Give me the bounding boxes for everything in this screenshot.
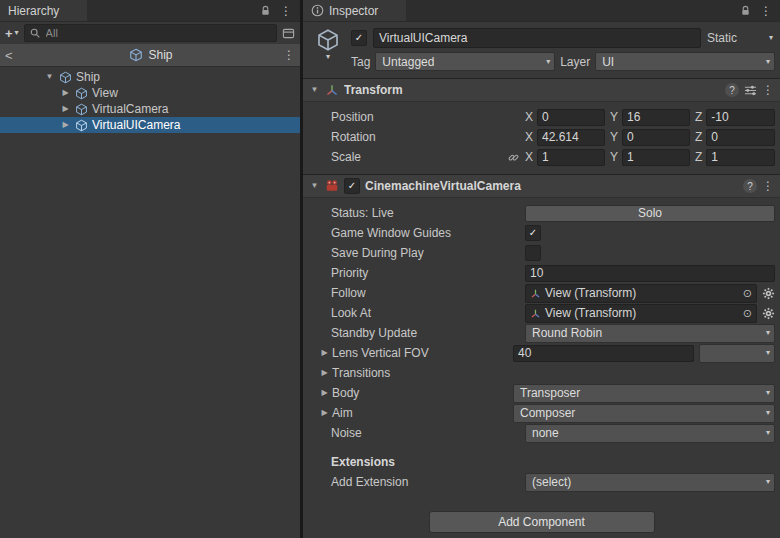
look-at-object-field[interactable]: View (Transform) ⊙	[525, 304, 757, 323]
help-icon[interactable]: ?	[743, 179, 757, 193]
scale-x-field[interactable]	[537, 149, 605, 166]
foldout-open-icon[interactable]: ▼	[309, 86, 320, 94]
cinemachine-camera-icon	[325, 179, 339, 193]
check-icon: ✓	[529, 228, 537, 238]
solo-button[interactable]: Solo	[525, 205, 775, 222]
lens-preset-dropdown[interactable]: ▾	[699, 344, 775, 363]
transform-component-header[interactable]: ▼ Transform ? ⋮	[303, 78, 780, 102]
tab-inspector[interactable]: Inspector	[303, 0, 406, 21]
rotation-y-field[interactable]	[622, 129, 690, 146]
scale-label: Scale	[331, 150, 361, 164]
prefab-cube-icon	[75, 103, 88, 116]
hierarchy-search-input[interactable]	[44, 26, 272, 40]
standby-update-dropdown[interactable]: Round Robin ▾	[525, 324, 775, 343]
link-scale-icon[interactable]	[508, 152, 519, 163]
prefab-cube-icon	[75, 119, 88, 132]
layer-dropdown[interactable]: UI ▾	[595, 52, 775, 71]
check-icon: ✓	[348, 181, 356, 191]
foldout-closed-icon[interactable]: ▶	[60, 105, 71, 113]
scale-z-field[interactable]	[706, 149, 775, 166]
rotation-x-field[interactable]	[537, 129, 605, 146]
info-icon	[311, 4, 324, 17]
priority-row: Priority	[303, 263, 780, 283]
prefab-title[interactable]: Ship	[19, 48, 283, 62]
tag-dropdown[interactable]: Untagged ▾	[375, 52, 555, 71]
search-window-icon[interactable]	[282, 27, 295, 40]
gear-icon[interactable]	[762, 307, 775, 320]
tab-hierarchy[interactable]: Hierarchy	[0, 0, 87, 21]
kebab-menu-icon[interactable]: ⋮	[283, 49, 295, 61]
gameobject-name-field[interactable]	[373, 28, 701, 48]
component-enabled-checkbox[interactable]: ✓	[344, 178, 360, 194]
hierarchy-search-box[interactable]	[24, 24, 277, 42]
create-object-button[interactable]: + ▾	[5, 26, 19, 41]
body-dropdown[interactable]: Transposer ▾	[513, 384, 775, 403]
presets-icon[interactable]	[744, 84, 757, 97]
tree-item-view[interactable]: ▶ View	[0, 85, 300, 101]
foldout-open-icon[interactable]: ▼	[309, 182, 320, 190]
inspector-tab-controls: ⋮	[732, 0, 780, 21]
chevron-down-icon: ▾	[766, 409, 770, 417]
object-picker-icon[interactable]: ⊙	[743, 288, 752, 299]
kebab-menu-icon[interactable]: ⋮	[762, 84, 774, 96]
lock-icon[interactable]	[740, 5, 751, 16]
chevron-down-icon: ▾	[546, 58, 550, 66]
priority-field[interactable]	[525, 265, 775, 282]
help-icon[interactable]: ?	[725, 83, 739, 97]
foldout-closed-icon[interactable]: ▶	[319, 349, 330, 357]
noise-dropdown[interactable]: none ▾	[525, 424, 775, 443]
tree-item-ship[interactable]: ▼ Ship	[0, 69, 300, 85]
hierarchy-tab-controls: ⋮	[252, 0, 300, 21]
tree-item-virtualuicamera[interactable]: ▶ VirtualUICamera	[0, 117, 300, 133]
body-row: ▶ Body Transposer ▾	[303, 383, 780, 403]
lens-label: Lens Vertical FOV	[332, 346, 429, 360]
chevron-down-icon: ▾	[766, 58, 770, 66]
scale-y-field[interactable]	[622, 149, 690, 166]
follow-object-field[interactable]: View (Transform) ⊙	[525, 284, 757, 303]
body-label: Body	[332, 386, 359, 400]
axis-y-label: Y	[610, 150, 618, 164]
kebab-menu-icon[interactable]: ⋮	[762, 180, 774, 192]
game-window-guides-checkbox[interactable]: ✓	[525, 225, 541, 241]
lock-icon[interactable]	[260, 5, 271, 16]
cinemachine-component-header[interactable]: ▼ ✓ CinemachineVirtualCamera ? ⋮	[303, 174, 780, 198]
kebab-menu-icon[interactable]: ⋮	[280, 5, 292, 17]
chevron-down-icon: ▾	[766, 389, 770, 397]
rotation-z-field[interactable]	[706, 129, 775, 146]
add-extension-value: (select)	[532, 475, 762, 489]
position-label: Position	[331, 110, 374, 124]
add-component-button[interactable]: Add Component	[429, 511, 655, 533]
gameobject-fields: ✓ Static ▾ Tag Untagged ▾ Layer UI	[351, 27, 775, 71]
foldout-closed-icon[interactable]: ▶	[319, 389, 330, 397]
transform-icon	[530, 288, 541, 299]
foldout-open-icon[interactable]: ▼	[44, 73, 55, 81]
gameobject-icon-select[interactable]: ▾	[311, 27, 345, 71]
look-at-label: Look At	[331, 306, 371, 320]
foldout-closed-icon[interactable]: ▶	[319, 369, 330, 377]
object-picker-icon[interactable]: ⊙	[743, 308, 752, 319]
save-during-play-checkbox[interactable]	[525, 245, 541, 261]
position-x-field[interactable]	[537, 109, 605, 126]
gear-icon[interactable]	[762, 287, 775, 300]
position-z-field[interactable]	[706, 109, 775, 126]
lens-vertical-fov-field[interactable]	[513, 345, 694, 362]
status-label: Status: Live	[331, 206, 394, 220]
position-y-field[interactable]	[622, 109, 690, 126]
priority-label: Priority	[331, 266, 368, 280]
foldout-closed-icon[interactable]: ▶	[319, 409, 330, 417]
kebab-menu-icon[interactable]: ⋮	[760, 5, 772, 17]
transform-icon	[325, 83, 339, 97]
static-dropdown[interactable]: Static ▾	[707, 31, 775, 45]
add-extension-dropdown[interactable]: (select) ▾	[525, 473, 775, 492]
axis-y-label: Y	[610, 110, 618, 124]
gameobject-cube-icon	[316, 28, 340, 52]
gameobject-name-row: ✓ Static ▾	[351, 27, 775, 49]
back-button[interactable]: <	[5, 49, 19, 62]
foldout-closed-icon[interactable]: ▶	[60, 89, 71, 97]
foldout-closed-icon[interactable]: ▶	[60, 121, 71, 129]
aim-row: ▶ Aim Composer ▾	[303, 403, 780, 423]
cinemachine-body: Status: Live Solo Game Window Guides ✓ S…	[303, 198, 780, 499]
tree-item-virtualcamera[interactable]: ▶ VirtualCamera	[0, 101, 300, 117]
active-checkbox[interactable]: ✓	[351, 30, 367, 46]
aim-dropdown[interactable]: Composer ▾	[513, 404, 775, 423]
